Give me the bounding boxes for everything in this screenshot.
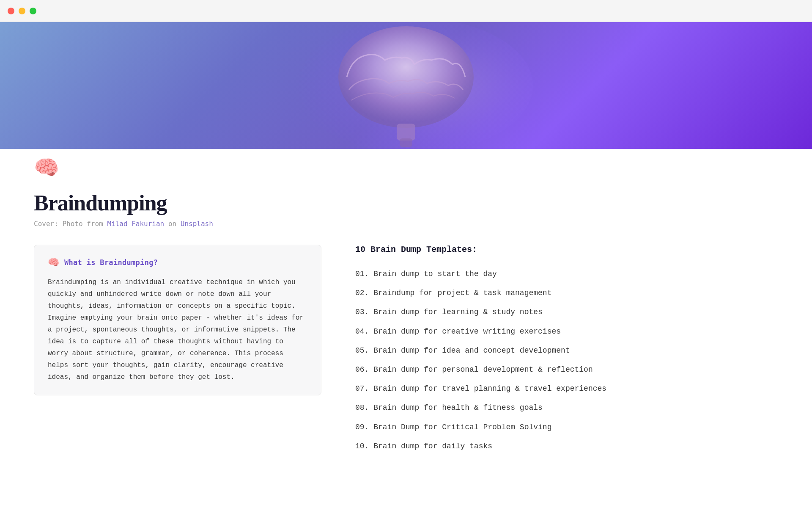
template-item[interactable]: 08. Brain dump for health & fitness goal… (355, 398, 778, 417)
platform-link[interactable]: Unsplash (181, 220, 213, 228)
svg-rect-2 (397, 124, 415, 141)
template-list: 01. Brain dump to start the day02. Brain… (355, 265, 778, 456)
svg-point-1 (338, 26, 474, 128)
template-item[interactable]: 10. Brain dump for daily tasks (355, 437, 778, 456)
callout-header: 🧠 What is Braindumping? (48, 257, 307, 268)
maximize-button[interactable] (30, 8, 36, 14)
cover-credit: Cover: Photo from Milad Fakurian on Unsp… (34, 220, 778, 228)
callout-brain-icon: 🧠 (48, 257, 59, 268)
templates-heading: 10 Brain Dump Templates: (355, 245, 778, 254)
main-columns: 🧠 What is Braindumping? Braindumping is … (0, 232, 812, 481)
template-item[interactable]: 01. Brain dump to start the day (355, 265, 778, 284)
template-item[interactable]: 03. Brain dump for learning & study note… (355, 303, 778, 322)
titlebar (0, 0, 812, 22)
photographer-link[interactable]: Milad Fakurian (107, 220, 164, 228)
template-item[interactable]: 06. Brain dump for personal development … (355, 360, 778, 379)
cover-credit-prefix: Cover: Photo from (34, 220, 107, 228)
minimize-button[interactable] (19, 8, 25, 14)
template-item[interactable]: 04. Brain dump for creative writing exer… (355, 322, 778, 341)
close-button[interactable] (8, 8, 14, 14)
template-item[interactable]: 05. Brain dump for idea and concept deve… (355, 341, 778, 360)
callout-title: What is Braindumping? (64, 258, 158, 267)
cover-credit-on: on (164, 220, 181, 228)
template-item[interactable]: 07. Brain dump for travel planning & tra… (355, 379, 778, 398)
page-title-section: Braindumping Cover: Photo from Milad Fak… (0, 182, 812, 232)
cover-image (0, 22, 812, 149)
brain-svg (279, 22, 533, 149)
callout-body: Braindumping is an individual creative t… (48, 276, 307, 383)
callout-box: 🧠 What is Braindumping? Braindumping is … (34, 245, 321, 395)
left-column: 🧠 What is Braindumping? Braindumping is … (34, 245, 321, 395)
template-item[interactable]: 02. Braindump for project & task managem… (355, 284, 778, 303)
svg-rect-3 (400, 138, 412, 147)
page-icon-area: 🧠 (34, 149, 812, 182)
page-icon: 🧠 (34, 157, 59, 178)
template-item[interactable]: 09. Brain Dump for Critical Problem Solv… (355, 418, 778, 437)
right-column: 10 Brain Dump Templates: 01. Brain dump … (355, 245, 778, 456)
page-title: Braindumping (34, 190, 778, 215)
